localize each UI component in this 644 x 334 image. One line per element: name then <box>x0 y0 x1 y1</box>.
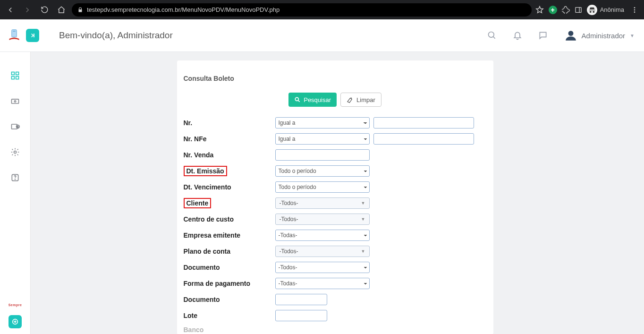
welcome-text: Bem-vindo(a), Administrador <box>59 30 173 41</box>
user-menu[interactable]: Administrador ▼ <box>565 29 635 42</box>
forward-icon <box>21 3 34 17</box>
sidebar-help[interactable] <box>9 172 21 183</box>
lote-input[interactable] <box>275 310 327 321</box>
label-cliente: Cliente <box>184 198 212 208</box>
card-title: Consulta Boleto <box>184 75 487 82</box>
label-dtemissao: Dt. Emissão <box>184 166 227 176</box>
label-documento2: Documento <box>184 296 275 303</box>
centrocusto-selected: -Todos- <box>280 216 298 223</box>
centrocusto-select[interactable]: -Todos- ▼ <box>275 214 370 225</box>
clear-button[interactable]: Limpar <box>340 93 381 107</box>
label-documento: Documento <box>184 264 275 271</box>
dtemissao-select[interactable]: Todo o período <box>275 165 370 177</box>
documento-select[interactable]: -Todos- <box>275 262 370 273</box>
svg-point-26 <box>296 97 299 101</box>
svg-point-8 <box>488 32 494 38</box>
svg-point-4 <box>634 11 636 13</box>
svg-rect-5 <box>12 30 17 37</box>
chevron-down-icon: ▼ <box>361 217 365 222</box>
empresa-select[interactable]: -Todas- <box>275 230 370 241</box>
label-nr: Nr. <box>184 119 275 127</box>
label-banco: Banco <box>184 326 275 334</box>
svg-point-3 <box>634 9 636 10</box>
svg-line-27 <box>298 101 300 102</box>
cliente-selected: -Todos- <box>280 200 298 206</box>
brand-text: Sempre <box>8 303 22 307</box>
incognito-icon <box>587 5 597 15</box>
nr-operator-select[interactable]: Igual a <box>275 117 370 128</box>
label-lote: Lote <box>184 312 275 319</box>
chevron-down-icon: ▼ <box>361 201 365 206</box>
sidebar-finance[interactable]: $ <box>9 121 21 132</box>
address-bar[interactable]: testepdv.sempretecnologia.com.br/MenuNov… <box>72 3 532 17</box>
bell-icon[interactable] <box>509 27 526 44</box>
label-nrvenda: Nr. Venda <box>184 151 275 159</box>
search-icon[interactable] <box>483 27 500 44</box>
label-formapag: Forma de pagamento <box>184 280 275 287</box>
svg-rect-13 <box>12 77 15 79</box>
app-logo <box>7 28 21 43</box>
browser-right-icons: + Anônima <box>535 5 640 15</box>
user-name: Administrador <box>582 32 626 40</box>
label-empresa: Empresa emitente <box>184 231 275 239</box>
incognito-label: Anônima <box>600 6 624 13</box>
sidebar-payments[interactable] <box>9 95 21 107</box>
reload-icon[interactable] <box>38 3 51 17</box>
nrvenda-input[interactable] <box>275 149 370 161</box>
svg-point-16 <box>14 101 16 102</box>
star-icon[interactable] <box>535 6 544 14</box>
kebab-icon[interactable] <box>629 6 640 14</box>
label-planoconta: Plano de conta <box>184 248 275 255</box>
svg-point-10 <box>568 31 573 36</box>
panel-icon[interactable] <box>575 6 582 14</box>
extensions-icon[interactable] <box>562 6 570 14</box>
nrnfe-operator-select[interactable]: Igual a <box>275 133 370 145</box>
svg-point-2 <box>634 7 636 9</box>
back-icon[interactable] <box>4 3 17 17</box>
svg-rect-11 <box>12 72 15 75</box>
svg-point-20 <box>14 151 17 154</box>
chevron-down-icon: ▼ <box>630 33 635 38</box>
lock-icon <box>77 7 83 13</box>
chevron-down-icon: ▼ <box>361 249 365 254</box>
incognito-badge: Anônima <box>587 5 624 15</box>
label-dtvenc: Dt. Vencimento <box>184 183 275 191</box>
sidebar-toggle[interactable] <box>26 29 39 42</box>
home-icon[interactable] <box>55 3 68 17</box>
svg-line-9 <box>493 37 495 39</box>
planoconta-selected: -Todos- <box>280 248 298 255</box>
browser-toolbar: testepdv.sempretecnologia.com.br/MenuNov… <box>0 0 644 19</box>
clear-button-label: Limpar <box>356 96 375 103</box>
nrnfe-input[interactable] <box>373 133 474 145</box>
documento2-input[interactable] <box>275 294 327 305</box>
formapag-select[interactable]: -Todas- <box>275 278 370 289</box>
add-fab[interactable] <box>8 315 22 328</box>
dtvenc-select[interactable]: Todo o período <box>275 181 370 193</box>
chat-icon[interactable] <box>534 27 551 44</box>
label-nrnfe: Nr. NFe <box>184 135 275 143</box>
url-text: testepdv.sempretecnologia.com.br/MenuNov… <box>87 6 280 13</box>
svg-point-22 <box>15 179 16 180</box>
avatar-icon <box>565 29 577 42</box>
cliente-select[interactable]: -Todos- ▼ <box>275 197 370 209</box>
svg-rect-12 <box>16 72 19 75</box>
sidebar-settings[interactable] <box>9 146 21 158</box>
plus-icon[interactable]: + <box>549 6 557 14</box>
search-button-label: Pesquisar <box>304 96 331 103</box>
svg-rect-14 <box>16 77 19 79</box>
svg-rect-0 <box>576 7 581 12</box>
planoconta-select[interactable]: -Todos- ▼ <box>275 246 370 257</box>
sidebar: $ Sempre <box>0 52 31 334</box>
svg-rect-6 <box>13 31 15 31</box>
svg-rect-15 <box>12 99 19 103</box>
nr-input[interactable] <box>373 117 474 128</box>
app-header: Bem-vindo(a), Administrador Administrado… <box>0 19 644 52</box>
sidebar-dashboard[interactable] <box>9 70 21 81</box>
card-consulta-boleto: Consulta Boleto Pesquisar Limpar Nr. Igu… <box>177 60 493 334</box>
search-button[interactable]: Pesquisar <box>288 93 337 107</box>
label-centrocusto: Centro de custo <box>184 215 275 223</box>
